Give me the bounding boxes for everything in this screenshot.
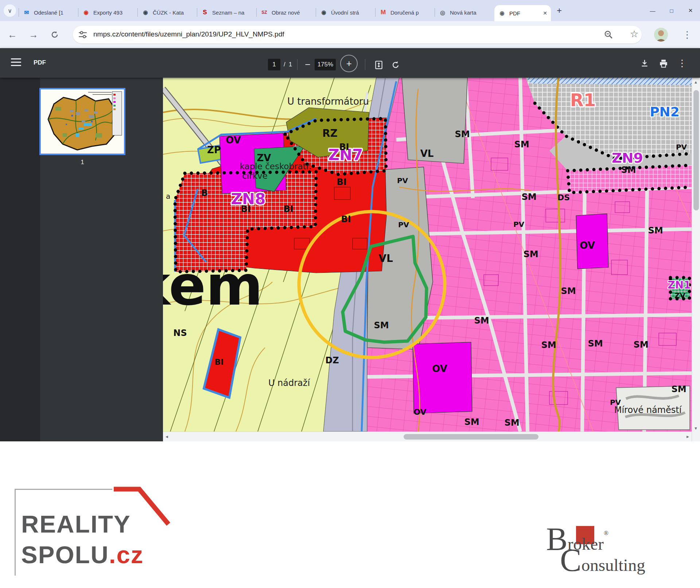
- page-total: 1: [289, 61, 292, 68]
- scroll-down-icon[interactable]: ▼: [694, 426, 698, 430]
- map-label: SM: [374, 320, 389, 330]
- map-zone-ov-bottom: [413, 342, 472, 413]
- fit-to-page-icon[interactable]: [374, 60, 384, 70]
- back-button[interactable]: ←: [5, 27, 20, 42]
- map-label: OV: [432, 363, 447, 374]
- scroll-left-icon[interactable]: ◄: [165, 434, 169, 439]
- browser-address-bar: ← → nmps.cz/content/files/uzemni_plan/20…: [0, 21, 700, 48]
- browser-tab[interactable]: SZObraz nové: [257, 5, 316, 20]
- map-label: SM: [504, 418, 519, 428]
- tab-search-icon[interactable]: ∨: [4, 4, 16, 17]
- mail-icon: ✉: [23, 8, 31, 16]
- map-label: DS: [557, 193, 570, 202]
- map-label: DZ: [325, 355, 339, 365]
- map-label: BI: [337, 177, 346, 187]
- profile-avatar[interactable]: [654, 28, 668, 42]
- tab-label: Exporty 493: [93, 9, 134, 16]
- browser-tab[interactable]: SSeznam – na: [197, 5, 257, 20]
- close-button[interactable]: ✕: [681, 0, 700, 21]
- pdf-thumbnail-sidebar: 1: [0, 78, 163, 441]
- sz-icon: SZ: [260, 8, 268, 16]
- zoning-map: U transformátoruRZZPOVZVZN7ZN8kaple česk…: [163, 78, 692, 432]
- print-icon[interactable]: [659, 59, 668, 68]
- tab-label: Seznam – na: [212, 9, 253, 16]
- map-label: Mírové náměstí: [614, 405, 682, 415]
- map-label: U transformátoru: [287, 96, 369, 107]
- map-label: SM: [588, 339, 603, 349]
- browser-tab[interactable]: ◉ČÚZK - Kata: [138, 5, 197, 20]
- map-label: BI: [215, 357, 224, 367]
- map-label: RZ: [322, 127, 338, 139]
- pdf-menu-icon[interactable]: [11, 58, 21, 67]
- map-label: a: [166, 192, 170, 201]
- consulting-initial: C: [560, 542, 582, 578]
- url-input[interactable]: nmps.cz/content/files/uzemni_plan/2019/U…: [73, 26, 642, 43]
- page-thumbnail[interactable]: [41, 89, 124, 154]
- gmail-icon: M: [379, 8, 387, 16]
- zoom-in-button[interactable]: +: [340, 55, 358, 72]
- map-label: VL: [420, 148, 434, 159]
- site-settings-icon[interactable]: [78, 30, 88, 39]
- tab-label: Úvodní strá: [331, 9, 372, 16]
- browser-tab[interactable]: ◉Úvodní strá: [316, 5, 376, 20]
- pdf-toolbar: PDF 1 / 1 − 175% + ⋮: [0, 48, 700, 78]
- map-label: B: [201, 188, 208, 198]
- map-label: ZP: [207, 144, 221, 155]
- browser-tab[interactable]: ◉Exporty 493: [78, 5, 138, 20]
- vertical-scrollbar-thumb[interactable]: [693, 90, 699, 210]
- browser-tab[interactable]: MDoručená p: [376, 5, 435, 20]
- horizontal-scrollbar[interactable]: ◄ ►: [163, 432, 692, 442]
- forward-button[interactable]: →: [26, 27, 41, 42]
- minimize-button[interactable]: —: [643, 0, 662, 21]
- map-label: SM: [523, 249, 538, 259]
- map-label: mrkem: [163, 254, 263, 317]
- avatar-face: [654, 28, 668, 42]
- browser-menu-icon[interactable]: ⋮: [682, 29, 692, 40]
- scroll-right-icon[interactable]: ►: [686, 434, 690, 439]
- download-icon[interactable]: [640, 59, 649, 68]
- thumbnail-map: [41, 89, 124, 154]
- bookmark-star-icon[interactable]: ☆: [630, 28, 638, 40]
- rotate-icon[interactable]: [391, 60, 400, 70]
- tab-close-icon[interactable]: ✕: [543, 10, 547, 16]
- pdf-page-viewport[interactable]: U transformátoruRZZPOVZVZN7ZN8kaple česk…: [163, 78, 692, 432]
- map-label: ZN1: [668, 279, 691, 291]
- reload-icon: [50, 30, 59, 39]
- map-label: SM: [514, 139, 529, 150]
- new-tab-button[interactable]: +: [553, 4, 565, 17]
- map-label: ZV: [674, 291, 686, 300]
- reload-button[interactable]: [47, 27, 62, 42]
- vertical-scrollbar[interactable]: ▲ ▼: [692, 78, 700, 441]
- map-label: SM: [455, 129, 470, 139]
- map-label: SM: [671, 384, 686, 394]
- page-number-input[interactable]: 1: [268, 59, 280, 70]
- tab-label: PDF: [509, 10, 541, 16]
- tab-label: Odeslané [1: [34, 9, 75, 16]
- zoom-out-button[interactable]: −: [305, 59, 310, 70]
- maximize-button[interactable]: □: [662, 0, 681, 21]
- map-label: SM: [541, 340, 556, 350]
- pdf-more-options-icon[interactable]: ⋮: [677, 58, 687, 69]
- page-zoom-icon[interactable]: [604, 30, 613, 39]
- browser-tab[interactable]: ✉Odeslané [1: [19, 5, 78, 20]
- zoom-level-input[interactable]: 175%: [315, 59, 336, 70]
- map-label: U nádraží: [268, 378, 311, 388]
- map-label: OV: [413, 407, 426, 417]
- pdf-title: PDF: [34, 59, 46, 66]
- map-label: SM: [648, 225, 663, 236]
- browser-tab[interactable]: ◎Nová karta: [435, 5, 494, 20]
- map-label: BI: [341, 214, 351, 224]
- map-label: R1: [570, 90, 596, 110]
- map-label: BI: [241, 204, 250, 214]
- browser-tab[interactable]: ◉PDF✕: [494, 5, 551, 21]
- map-label: VL: [378, 252, 393, 264]
- thumbnail-page-number: 1: [41, 159, 124, 166]
- scroll-up-icon[interactable]: ▲: [694, 80, 698, 84]
- horizontal-scrollbar-thumb[interactable]: [404, 434, 538, 440]
- map-label: OV: [580, 240, 595, 251]
- map-label: OV: [226, 135, 241, 146]
- page-separator: /: [284, 61, 285, 68]
- page-footer: REALITY SPOLU.cz Broker® Consulting: [0, 441, 700, 588]
- map-label: SM: [521, 192, 536, 202]
- map-label: BI: [339, 142, 349, 152]
